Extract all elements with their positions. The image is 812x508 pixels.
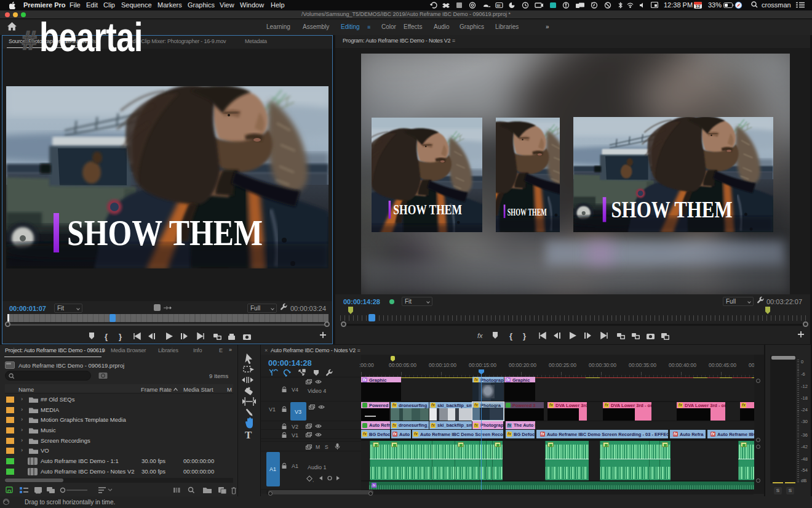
svg-text:12: 12 bbox=[696, 4, 701, 9]
svg-text:,: , bbox=[312, 477, 314, 483]
svg-text:{: { bbox=[509, 331, 512, 341]
svg-text:T: T bbox=[245, 429, 252, 441]
svg-text:V3: V3 bbox=[295, 409, 301, 415]
svg-text:{: { bbox=[105, 332, 108, 341]
svg-text:V4: V4 bbox=[292, 387, 298, 393]
svg-text:BI: BI bbox=[497, 4, 501, 7]
svg-text:A1: A1 bbox=[292, 463, 298, 469]
svg-text:SHOW THEM: SHOW THEM bbox=[393, 201, 462, 217]
svg-text:fx: fx bbox=[477, 332, 483, 339]
svg-text:A1: A1 bbox=[269, 466, 276, 472]
svg-text:Audio 1: Audio 1 bbox=[308, 464, 327, 470]
svg-text:}: } bbox=[523, 331, 526, 341]
svg-text:V2: V2 bbox=[292, 424, 298, 430]
svg-text:S: S bbox=[325, 444, 328, 450]
svg-text:V1: V1 bbox=[292, 432, 298, 438]
svg-text:Video 4: Video 4 bbox=[308, 388, 326, 394]
svg-text:SHOW THEM: SHOW THEM bbox=[507, 206, 547, 218]
svg-text:M: M bbox=[316, 444, 320, 450]
svg-text:}: } bbox=[119, 332, 122, 341]
svg-text:V1: V1 bbox=[269, 406, 276, 413]
